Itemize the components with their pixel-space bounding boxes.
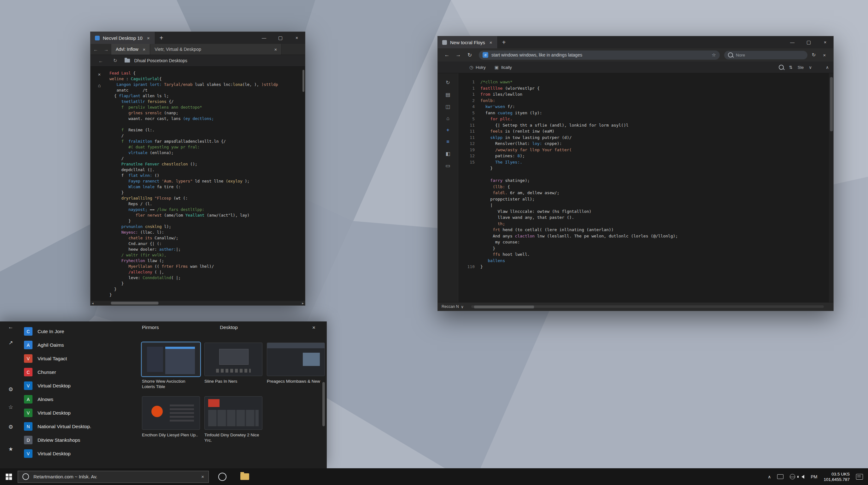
- secondary-search-field[interactable]: Nore: [724, 51, 807, 59]
- layout-icon[interactable]: ◧: [445, 151, 450, 156]
- task-thumbnail-item[interactable]: Encthon Dily Liesyd Plen Up..: [142, 396, 199, 443]
- chevron-down-icon[interactable]: ∨: [461, 304, 464, 309]
- home-icon[interactable]: ⌂: [98, 83, 101, 88]
- app-list-item[interactable]: VVirtual Desktop: [24, 379, 137, 393]
- minimize-button[interactable]: —: [784, 36, 801, 48]
- task-thumbnail-item[interactable]: Preagecs Mlombaws & New: [267, 343, 324, 389]
- app-list-item[interactable]: AAghil Oaims: [24, 338, 137, 352]
- panel-close-icon[interactable]: ×: [311, 323, 317, 332]
- close-icon[interactable]: ×: [820, 52, 829, 58]
- close-button[interactable]: ×: [288, 32, 305, 44]
- favorite-icon[interactable]: ★: [0, 446, 22, 453]
- frame-icon[interactable]: ▭: [445, 163, 450, 169]
- app-list-item[interactable]: NNational Virtual Desktop.: [24, 420, 137, 433]
- refresh-icon[interactable]: ↻: [111, 58, 120, 63]
- vertical-scrollbar-thumb[interactable]: [303, 70, 304, 92]
- star-icon[interactable]: ☆: [0, 404, 22, 410]
- cortana-button[interactable]: [218, 473, 226, 481]
- app-list-item[interactable]: VVirtual Desktop: [24, 406, 137, 420]
- refresh-icon[interactable]: ↻: [465, 52, 474, 58]
- tab-close-icon[interactable]: ×: [273, 46, 279, 53]
- app-list-item[interactable]: VVirtual Tagact: [24, 352, 137, 365]
- task-thumbnail-item[interactable]: Sline Pas In Ners: [205, 343, 262, 389]
- vertical-scrollbar[interactable]: [829, 73, 833, 302]
- task-thumbnail[interactable]: [267, 343, 325, 376]
- code-token: [110, 184, 128, 189]
- app-list-item[interactable]: VVirtual Desktop: [24, 447, 137, 460]
- maximize-button[interactable]: ▢: [801, 36, 817, 48]
- vertical-scrollbar-thumb[interactable]: [830, 77, 833, 131]
- clear-search-icon[interactable]: ×: [201, 474, 204, 479]
- new-tab-button[interactable]: +: [155, 34, 168, 42]
- hidden-icons-chevron[interactable]: ∧: [768, 474, 771, 479]
- sort-icon[interactable]: ⇅: [789, 65, 792, 70]
- task-thumbnail-item[interactable]: Tinfould Diny Dorwtey 2 Nice Yrc.: [205, 396, 262, 443]
- file-explorer-taskbar-icon[interactable]: [240, 473, 249, 480]
- network-icon[interactable]: [790, 474, 795, 479]
- share-icon[interactable]: ↗: [0, 339, 22, 346]
- panel-scrollbar-thumb[interactable]: [322, 382, 325, 426]
- settings-icon[interactable]: ↻: [809, 52, 818, 58]
- scroll-left-icon[interactable]: ◂: [92, 301, 94, 305]
- close-button[interactable]: ×: [817, 36, 833, 48]
- task-thumbnail[interactable]: [205, 396, 262, 430]
- app-label: Virtual Desktop: [37, 383, 71, 389]
- tab-close-icon[interactable]: ×: [146, 35, 151, 41]
- new-tab-button[interactable]: +: [498, 39, 510, 46]
- forward-icon[interactable]: →: [101, 47, 111, 52]
- back-icon[interactable]: ←: [442, 52, 452, 58]
- settings-icon[interactable]: ⚙: [0, 386, 22, 393]
- tab-close-icon[interactable]: ×: [142, 46, 147, 53]
- taskbar-clock[interactable]: 03.5 UKS 101,6455.787: [824, 472, 850, 482]
- horizontal-scrollbar[interactable]: [471, 305, 824, 308]
- file-tab-active[interactable]: Advl: Inflow ×: [111, 44, 150, 55]
- forward-icon[interactable]: →: [454, 52, 463, 58]
- chevron-down-icon[interactable]: ∨: [809, 65, 812, 70]
- horizontal-scrollbar[interactable]: ◂ ▸: [91, 301, 305, 305]
- app-list-item[interactable]: CCute In Jore: [24, 324, 137, 338]
- bookmark-item-ilcally[interactable]: ▣ Ilcally: [495, 65, 512, 70]
- app-list-item[interactable]: CChunser: [24, 365, 137, 379]
- browser-tab[interactable]: New tocral Floys ×: [438, 36, 498, 48]
- add-icon[interactable]: +: [446, 127, 449, 133]
- app-list-item[interactable]: AAlnows: [24, 393, 137, 406]
- task-thumbnail-item[interactable]: Shorre Wew Avcisction Loterts Tible: [142, 343, 199, 389]
- back-icon[interactable]: ←: [96, 58, 106, 63]
- home-icon[interactable]: ⌂: [446, 116, 450, 121]
- scroll-right-icon[interactable]: ▸: [302, 301, 304, 305]
- file-tab[interactable]: Vietr, Virtual & Deskpop ×: [150, 44, 282, 55]
- search-icon[interactable]: [779, 65, 784, 70]
- back-icon[interactable]: ←: [91, 47, 101, 52]
- horizontal-scrollbar-thumb[interactable]: [474, 305, 534, 309]
- minimize-button[interactable]: —: [256, 32, 272, 44]
- task-thumbnail[interactable]: [205, 343, 262, 376]
- bookmark-star-icon[interactable]: ☆: [712, 52, 716, 58]
- app-list-item[interactable]: DDitview Stankshops: [24, 433, 137, 447]
- horizontal-scrollbar-thumb[interactable]: [111, 302, 159, 305]
- settings-icon-2[interactable]: ⚙: [0, 424, 22, 430]
- split-panel-icon[interactable]: ◫: [445, 104, 450, 110]
- bookmark-label: Ilcally: [501, 65, 512, 70]
- task-thumbnail[interactable]: [142, 343, 200, 376]
- display-icon[interactable]: [777, 474, 783, 479]
- task-thumbnail[interactable]: [142, 396, 200, 430]
- window-controls: — ▢ ×: [784, 36, 833, 48]
- app-label: Chunser: [37, 369, 56, 375]
- collapse-icon[interactable]: ∧: [826, 65, 829, 70]
- volume-icon[interactable]: [801, 475, 804, 479]
- back-icon[interactable]: ←: [0, 324, 22, 330]
- left-window-tab[interactable]: Necvel Desktop 10 ×: [91, 32, 155, 44]
- tab-close-icon[interactable]: ×: [488, 39, 494, 46]
- reader-icon[interactable]: ▤: [445, 91, 450, 97]
- code-editor[interactable]: Fead Lasl {weline : Caguitlurlal{ Langon…: [108, 67, 305, 301]
- refresh-icon[interactable]: ↻: [446, 80, 450, 86]
- taskbar-search-input[interactable]: Retartmantion.com ~ Inlsk. Av. ×: [18, 471, 209, 483]
- list-icon[interactable]: ≡: [446, 139, 449, 145]
- start-button[interactable]: [0, 468, 18, 485]
- bookmark-item-holry[interactable]: ◷ Holry: [469, 65, 486, 70]
- url-field[interactable]: d start windows windows, like in andings…: [479, 51, 720, 60]
- notification-center-icon[interactable]: [856, 474, 863, 480]
- close-icon[interactable]: ×: [98, 72, 101, 77]
- code-view[interactable]: 1/*cllcn wawn*1fastlllne (wlorVestlpr {1…: [458, 73, 829, 302]
- maximize-button[interactable]: ▢: [272, 32, 288, 44]
